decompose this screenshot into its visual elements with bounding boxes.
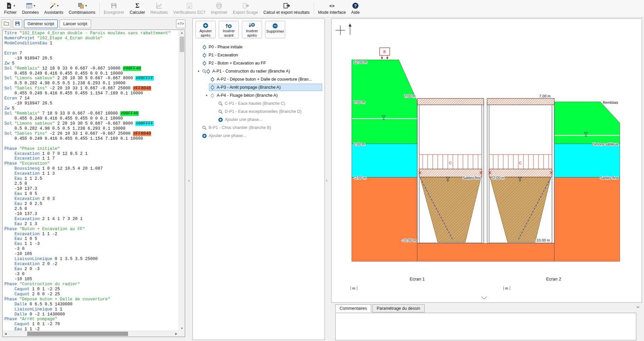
scroll-right-icon[interactable]: ▶ [173, 331, 179, 336]
collapse-left-icon[interactable]: ‹ [188, 178, 190, 183]
generate-script-button[interactable]: Générer script [24, 19, 58, 28]
toolbar-item-fichier[interactable]: ▾Fichier [1, 0, 19, 17]
script-code[interactable]: Titre "102_Etape 4_Ecran double - Parois… [3, 30, 179, 331]
expander-icon[interactable]: ▾ [196, 70, 201, 73]
phase-label: Ajouter une phase... [209, 133, 246, 138]
supprimer-button[interactable]: Supprimer [265, 21, 285, 38]
script-line: Excavation 1 1 -2 [4, 232, 179, 237]
phase-label: A-P2 - Dépose buton + Dalle de couvertur… [217, 77, 312, 82]
save-icon [14, 20, 20, 28]
phase-tree-row-a-p4[interactable]: ▾A-P4 - Fluage béton (Branche A) [193, 91, 324, 99]
script-line: Phase "Arrêt pompage" [4, 317, 179, 322]
script-line: -10 918947 20.5 [4, 101, 179, 106]
axis-unit-label: m [351, 286, 357, 290]
phase-tree-row-a-p3[interactable]: A-P3 - Arrêt pompage (Branche A) [193, 83, 324, 91]
phase-tree-row-p2[interactable]: P2 - Buton + Excavation au FF [193, 59, 324, 67]
button-label: Ajouter après [198, 29, 213, 38]
toolbar-item-calculer[interactable]: ΣCalculer [127, 0, 148, 17]
origin-crosshair-icon [336, 26, 345, 35]
open-script-button[interactable] [2, 19, 11, 28]
phase-tree-row-p0[interactable]: P0 - Phase initiale [193, 43, 324, 51]
splitter-left[interactable]: ‹ [187, 17, 192, 341]
phase-label: C-P1 - Eaux hautes (Branche C) [225, 101, 285, 106]
script-line: Phase "Excavation" [4, 161, 179, 166]
script-line: Zw 5 [4, 106, 179, 111]
toolbar-item-label: Export Scage [233, 10, 258, 15]
insert-before-icon [225, 22, 232, 29]
scroll-up-icon[interactable]: ▲ [179, 30, 185, 35]
vertical-scrollbar[interactable]: ▲ ▼ [179, 30, 185, 331]
script-line: -10 137.3 [4, 186, 179, 191]
collapse-right-icon[interactable]: ‹ [326, 178, 328, 183]
script-line: -10 918947 20.5 [4, 56, 179, 61]
phase-label: Ajouter une phase... [225, 117, 262, 122]
toolbar-item-aide[interactable]: ?Aide [348, 0, 362, 17]
script-line: Excavation 2 1 4 1 7 3 20 1 [4, 217, 179, 222]
sigma-icon: Σ [134, 1, 141, 10]
scroll-down-icon[interactable]: ▼ [179, 326, 185, 331]
toolbar-item-label: Calcul et export résultats [263, 10, 310, 15]
phase-tree-row-add-root[interactable]: Ajouter une phase... [193, 132, 324, 140]
tab-parametrage-du-dessin[interactable]: Paramétrage du dessin [372, 304, 424, 312]
comments-textarea[interactable] [336, 313, 636, 340]
inserer-apres-button[interactable]: Insérer après [242, 21, 262, 38]
expander-icon[interactable]: ▾ [204, 94, 209, 97]
toolbar-item-combinaisons[interactable]: ▾Combinaisons [66, 0, 98, 17]
script-line: Ecran 7 14 [4, 96, 179, 101]
collapse-bottom-icon[interactable] [481, 297, 487, 299]
toolbar-item-assistants[interactable]: ▾Assistants [42, 0, 66, 17]
script-line: -10 105 [4, 277, 179, 282]
tab-commentaires[interactable]: Commentaires [335, 304, 371, 312]
phase-tree-row-add-branch-a[interactable]: Ajouter une phase... [193, 116, 324, 124]
tree-row-content: Ajouter une phase... [217, 116, 322, 123]
phases-panel: Ajouter aprèsInsérer avantInsérer aprèsS… [192, 18, 325, 340]
inserer-avant-button[interactable]: Insérer avant [219, 21, 239, 38]
script-line: Sol "Sables fins" -2 20 10 33 1 0.667 -0… [4, 131, 179, 136]
phase-tree-row-a-p2[interactable]: A-P2 - Dépose buton + Dalle de couvertur… [193, 75, 324, 83]
section-drawing[interactable]: B C C 12.00 m 7.00 m 2.00 m -2.00 m -10.… [332, 19, 642, 302]
phase-label: B-P1 - Choc chantier (Branche B) [209, 125, 271, 130]
phase-icon [210, 85, 215, 90]
wand-icon: ▾ [49, 1, 59, 10]
script-line [4, 46, 179, 51]
scrollbar-thumb[interactable] [27, 332, 128, 336]
phase-tree-row-d-p1[interactable]: D-P1 - Eaux exceptionnelles (Branche D) [193, 108, 324, 116]
main-toolbar: ▾Fichier▾Données▾Assistants▾Combinaisons… [0, 0, 644, 17]
script-line: Eau 2 0 -3 [4, 267, 179, 272]
phase-label: A-P4 - Fluage béton (Branche A) [217, 93, 277, 98]
toolbar-item-export-scage: Export Scage [230, 0, 261, 17]
collapse-panel-icon[interactable] [635, 305, 641, 310]
toolbar-item-resultats: Résultats [148, 0, 171, 17]
splitter-right[interactable]: ‹ [325, 17, 331, 341]
script-view-toggle-button[interactable]: <?> [176, 19, 185, 28]
script-line: -10 105 [4, 252, 179, 257]
scroll-left-icon[interactable]: ◀ [3, 331, 8, 336]
table-icon: ▾ [26, 1, 35, 10]
tree-row-content: C-P1 - Eaux hautes (Branche C) [217, 100, 322, 107]
phase-tree-row-c-p1[interactable]: C-P1 - Eaux hautes (Branche C) [193, 99, 324, 108]
soil-plug [419, 177, 552, 243]
load-b-label: B [383, 50, 386, 54]
toolbar-item-mode-interface[interactable]: <>Mode interface [315, 0, 349, 17]
save-script-button[interactable] [13, 19, 22, 28]
script-editor[interactable]: Titre "102_Etape 4_Ecran double - Parois… [2, 30, 185, 337]
toolbar-item-donnees[interactable]: ▾Données [19, 0, 42, 17]
script-line: Sol "Remblais" 12 18 9 33 0 0.667 -0.667… [4, 66, 179, 71]
toolbar-item-enregistrer: Enregistrer [101, 0, 127, 17]
toolbar-item-label: Calculer [130, 10, 145, 15]
tree-row-content: B-P1 - Choc chantier (Branche B) [201, 124, 322, 131]
scrollbar-thumb[interactable] [180, 37, 184, 52]
bottom-tabs: Commentaires Paramétrage du dessin [335, 304, 426, 312]
toolbar-item-calcul-et-export-resultats[interactable]: Calcul et export résultats [261, 0, 312, 17]
phase-tree-row-b-p1[interactable]: B-P1 - Choc chantier (Branche B) [193, 124, 324, 132]
dim-label: 7.00 m [404, 94, 416, 98]
phase-tree-row-p1[interactable]: P1 - Excavation [193, 51, 324, 59]
script-line: Eau 2 1 3 [4, 222, 179, 227]
phase-tree-row-a-p1[interactable]: ▾A-P1 - Construction du radier (Branche … [193, 67, 324, 75]
svg-text:<>: <> [329, 3, 335, 8]
run-script-button[interactable]: Lancer script [59, 19, 91, 28]
help-icon: ? [352, 1, 359, 10]
horizontal-scrollbar[interactable]: ◀ ▶ [3, 331, 179, 337]
ajouter-apres-button[interactable]: Ajouter après [196, 21, 216, 38]
script-panel: Générer script Lancer script <?> Titre "… [0, 17, 187, 341]
